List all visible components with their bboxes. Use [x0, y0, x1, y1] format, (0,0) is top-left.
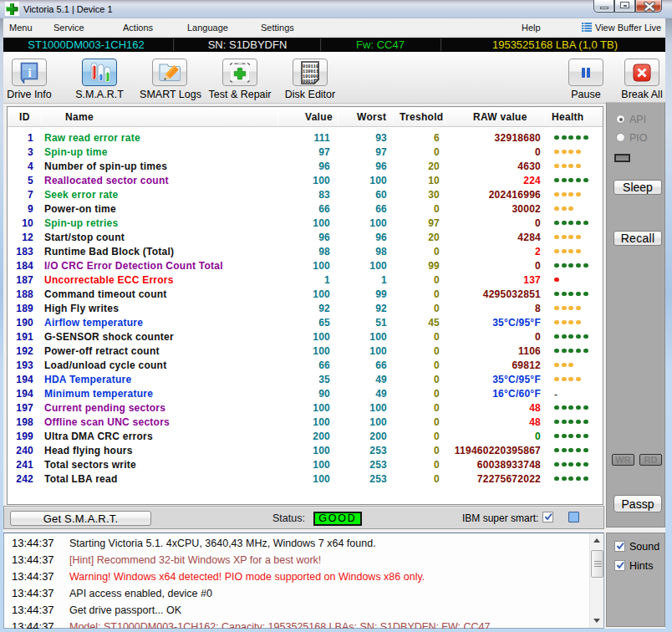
svg-text:i: i [28, 65, 31, 79]
svg-text:0001: 0001 [303, 79, 313, 84]
